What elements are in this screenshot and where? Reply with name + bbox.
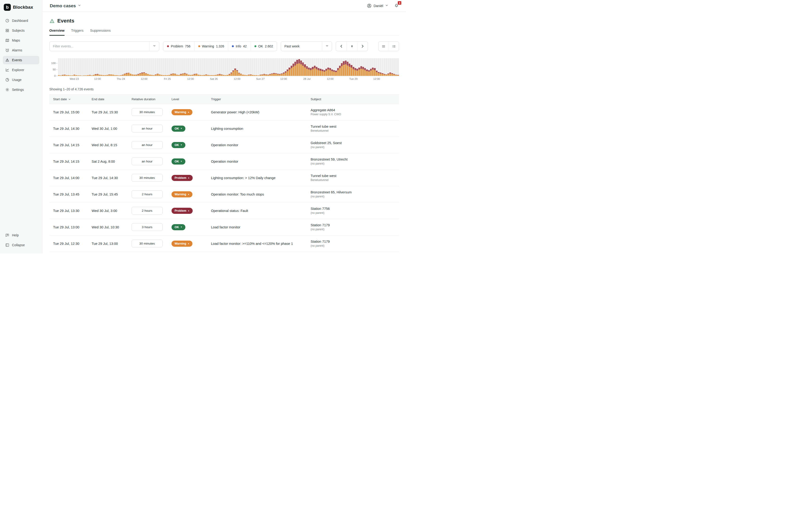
duration-button[interactable]: 2 hours [132, 207, 163, 215]
sidebar: b Blockbax DashboardSubjectsMapsAlarmsEv… [0, 0, 42, 253]
table-row[interactable]: Tue 29 Jul, 14:00Tue 29 Jul, 14:3030 min… [49, 170, 399, 186]
sidebar-item-settings[interactable]: Settings [3, 86, 39, 94]
cell-start-date: Tue 29 Jul, 14:15 [49, 137, 89, 153]
cell-trigger: Lighting consumption [209, 120, 308, 137]
bar-slot [254, 58, 255, 76]
view-toggle-group [378, 41, 399, 51]
tab-triggers[interactable]: Triggers [71, 29, 84, 36]
table-row[interactable]: Tue 29 Jul, 14:30Wed 30 Jul, 1:00an hour… [49, 120, 399, 137]
level-pill[interactable]: Warning▲ [171, 241, 192, 247]
level-pill[interactable]: Warning▲ [171, 109, 192, 115]
sidebar-item-collapse[interactable]: Collapse [3, 241, 39, 249]
column-trigger[interactable]: Trigger [209, 95, 308, 104]
duration-button[interactable]: 30 minutes [132, 240, 163, 247]
bar-slot [261, 58, 263, 76]
notifications-button[interactable]: 3 [394, 3, 400, 9]
table-row[interactable]: Tue 29 Jul, 14:15Wed 30 Jul, 8:15an hour… [49, 137, 399, 153]
bar-slot [318, 58, 319, 76]
grouped-view-button[interactable] [389, 42, 399, 51]
workspace-switcher[interactable]: Demo cases [50, 3, 81, 8]
status-filter-problem[interactable]: Problem756 [163, 42, 194, 51]
table-row[interactable]: Tue 29 Jul, 13:00Wed 30 Jul, 10:303 hour… [49, 219, 399, 235]
current-period-button[interactable] [347, 42, 357, 51]
duration-button[interactable]: 30 minutes [132, 108, 163, 116]
bar-slot [194, 58, 195, 76]
filter-dropdown-button[interactable] [149, 42, 159, 51]
bar-slot [327, 58, 329, 76]
duration-button[interactable]: 2 hours [132, 190, 163, 198]
user-menu[interactable]: Daniël [367, 3, 388, 8]
bar-slot [289, 58, 290, 76]
status-filter-warning[interactable]: Warning1.326 [194, 42, 228, 51]
bar-slot [168, 58, 170, 76]
sidebar-item-help[interactable]: Help [3, 231, 39, 239]
level-pill[interactable]: OK▼ [171, 224, 185, 230]
subject-name: Tunnel tube west [311, 174, 397, 178]
sidebar-item-label: Subjects [12, 29, 25, 33]
status-label: OK [258, 44, 263, 48]
user-name: Daniël [373, 4, 383, 8]
cell-start-date: Tue 29 Jul, 14:30 [49, 120, 89, 137]
list-view-icon [382, 44, 386, 48]
table-row[interactable]: Tue 29 Jul, 15:00Tue 29 Jul, 15:3030 min… [49, 104, 399, 120]
sidebar-item-usage[interactable]: Usage [3, 75, 39, 84]
user-icon [367, 3, 372, 8]
bar-slot [79, 58, 81, 76]
previous-period-button[interactable] [336, 42, 347, 51]
bar-slot [153, 58, 155, 76]
filter-events-input[interactable] [50, 44, 149, 48]
column-end-date[interactable]: End date [89, 95, 129, 104]
tab-overview[interactable]: Overview [49, 29, 65, 36]
sidebar-item-events[interactable]: Events [3, 56, 39, 64]
bar-slot [392, 58, 393, 76]
table-row[interactable]: Tue 29 Jul, 13:45Tue 29 Jul, 15:452 hour… [49, 186, 399, 203]
status-filter-info[interactable]: Info42 [228, 42, 250, 51]
column-relative-duration[interactable]: Relative duration [129, 95, 169, 104]
level-pill[interactable]: OK▼ [171, 125, 185, 132]
table-row[interactable]: Tue 29 Jul, 14:15Sat 2 Aug, 8:00an hourO… [49, 153, 399, 170]
bar-slot [267, 58, 269, 76]
bar-slot [205, 58, 207, 76]
level-pill[interactable]: OK▼ [171, 142, 185, 148]
column-start-date[interactable]: Start date [49, 95, 89, 104]
bar-slot [184, 58, 186, 76]
cell-duration: an hour [129, 120, 169, 137]
sidebar-item-explorer[interactable]: Explorer [3, 66, 39, 74]
time-range-select[interactable]: Past week [281, 41, 332, 51]
bar-slot [172, 58, 174, 76]
x-tick-label: Tue 29 [349, 77, 357, 80]
brand[interactable]: b Blockbax [3, 3, 39, 16]
bar-slot [356, 58, 358, 76]
bar-slot [139, 58, 141, 76]
column-level[interactable]: Level [169, 95, 209, 104]
sidebar-item-alarms[interactable]: Alarms [3, 46, 39, 54]
sidebar-item-label: Alarms [12, 48, 22, 52]
sidebar-item-subjects[interactable]: Subjects [3, 26, 39, 35]
next-period-button[interactable] [357, 42, 368, 51]
status-filter-ok[interactable]: OK2.602 [250, 42, 277, 51]
duration-button[interactable]: an hour [132, 141, 163, 149]
duration-button[interactable]: an hour [132, 125, 163, 132]
tab-suppressions[interactable]: Suppressions [90, 29, 111, 36]
sidebar-item-maps[interactable]: Maps [3, 36, 39, 45]
explorer-icon [5, 68, 9, 72]
status-dot [167, 45, 169, 47]
duration-button[interactable]: 3 hours [132, 223, 163, 231]
column-subject[interactable]: Subject [308, 95, 399, 104]
bar-slot [196, 58, 197, 76]
level-pill[interactable]: Warning▲ [171, 191, 192, 198]
sidebar-item-dashboard[interactable]: Dashboard [3, 16, 39, 25]
duration-button[interactable]: an hour [132, 158, 163, 165]
table-row[interactable]: Tue 29 Jul, 13:30Wed 30 Jul, 3:002 hours… [49, 203, 399, 219]
bar-slot [240, 58, 242, 76]
duration-button[interactable]: 30 minutes [132, 174, 163, 182]
list-view-button[interactable] [378, 42, 389, 51]
level-pill[interactable]: OK▼ [171, 158, 185, 165]
bar-slot [91, 58, 93, 76]
bar-slot [161, 58, 162, 76]
time-range-dropdown-button[interactable] [322, 42, 332, 51]
level-pill[interactable]: Problem▲ [171, 175, 193, 181]
chart-plot[interactable] [58, 58, 399, 76]
level-pill[interactable]: Problem▲ [171, 208, 193, 214]
table-row[interactable]: Tue 29 Jul, 12:30Tue 29 Jul, 13:0030 min… [49, 235, 399, 252]
